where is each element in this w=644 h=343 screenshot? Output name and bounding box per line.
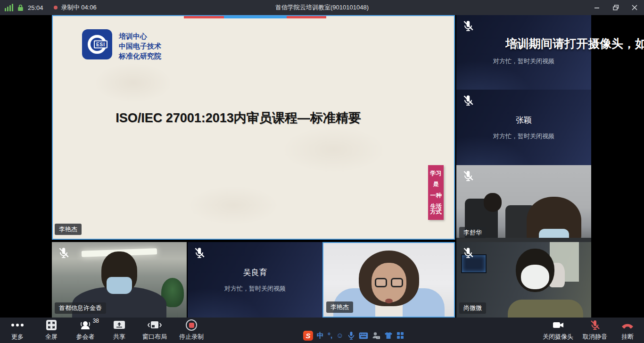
toolbox-icon[interactable] [396,332,404,339]
video-tile-xujinxiang[interactable]: 首都信息许金香 [52,242,187,318]
emoji-icon[interactable]: ☺ [336,331,343,340]
recording-dot-icon [54,6,58,9]
participant-name: 吴良育 [243,267,267,278]
hangup-icon [620,319,635,331]
mic-muted-red-icon [589,319,601,331]
share-topbar-segment-blue [224,16,287,18]
stop-recording-button[interactable]: 停止录制 [179,319,204,341]
meeting-stage: ESI 培训中心 中国电子技术 标准化研究院 ISO/IEC 27001:201… [0,15,644,318]
camera-off-button[interactable]: 关闭摄像头 [543,319,573,341]
fullscreen-button[interactable]: 全屏 [41,319,62,341]
window-layout-button[interactable]: 窗口布局 [142,319,167,341]
announcement-marquee: 培训期间请打开摄像头，如需发言请举手 [505,36,644,53]
minimize-button[interactable] [587,0,606,15]
video-tile-lishuhua[interactable]: 李舒华 [456,165,591,242]
participant-name-label: 首都信息许金香 [55,302,106,314]
face-mask-shape [107,277,132,294]
camera-icon [552,319,564,331]
mic-muted-icon [462,94,474,107]
share-screen-button[interactable]: 共享 [108,319,130,341]
hangup-button[interactable]: 挂断 [617,319,638,341]
custom-phrase-icon[interactable] [372,332,380,340]
share-topbar-segment-red2 [287,16,326,18]
presenter-name-label: 李艳杰 [55,224,82,235]
voice-input-icon[interactable] [347,331,355,340]
face-mask-shape [521,265,549,289]
fullscreen-icon [46,319,57,331]
participant-name-label: 尚微微 [459,302,486,314]
lock-icon [17,4,24,11]
window-layout-icon [148,319,162,331]
close-button[interactable] [625,0,644,15]
stop-recording-icon [186,319,197,331]
share-topbar-segment-red [184,16,224,18]
video-tile-liyanjie-active[interactable]: 李艳杰 [322,242,455,318]
participants-count-badge: 38 [93,318,99,324]
slide-title: ISO/IEC 27001:2013内审员课程—标准精要 [53,109,454,126]
mouth-shape [385,299,393,303]
meeting-timer: 25:04 [28,4,43,11]
mic-muted-icon [462,20,474,32]
chinese-mode-icon[interactable]: 中 [317,331,324,340]
window-title: 首信学院云培训教室(9010101048) [275,3,369,12]
titlebar: 25:04 录制中 04:06 首信学院云培训教室(9010101048) [0,0,644,15]
person-silhouette [508,300,583,318]
more-button[interactable]: 更多 [7,319,28,341]
punctuation-icon[interactable]: °, [328,331,332,340]
unmute-button[interactable]: 取消静音 [583,319,607,341]
participant-name-label: 李舒华 [459,227,486,238]
participants-button[interactable]: 38 参会者 [74,319,96,341]
video-tile-shangweiwei[interactable]: 尚微微 [456,242,591,318]
glasses-shape [391,278,403,287]
glasses-shape [375,278,387,287]
share-screen-icon [113,319,126,331]
org-name: 培训中心 中国电子技术 标准化研究院 [119,31,161,61]
skin-center-icon[interactable] [384,332,393,339]
participant-status: 对方忙，暂时关闭视频 [493,132,554,141]
colleague-silhouette [484,193,502,212]
participant-status: 对方忙，暂时关闭视频 [224,284,286,293]
mic-muted-icon [462,170,474,182]
sogou-logo-icon[interactable]: S [303,331,313,341]
restore-button[interactable] [606,0,625,15]
titlebar-status-cluster: 25:04 录制中 04:06 [0,3,97,12]
ime-tray: S 中 °, ☺ [303,329,404,342]
recording-status: 录制中 04:06 [61,3,97,12]
desk-shape [456,238,591,242]
mic-muted-icon [58,247,70,259]
more-dots-icon [11,319,24,331]
cesi-logo-icon: ESI [82,29,112,59]
participant-status: 对方忙，暂时关闭视频 [493,57,554,66]
participant-name-label: 李艳杰 [326,301,353,313]
participants-icon: 38 [79,319,91,331]
soft-keyboard-icon[interactable] [359,332,368,339]
mic-muted-icon [462,247,474,259]
shared-screen-view[interactable]: ESI 培训中心 中国电子技术 标准化研究院 ISO/IEC 27001:201… [52,15,455,240]
slide-side-banner: 学习 是 一种 生活方式 [428,165,444,220]
mic-muted-icon [193,247,206,259]
participant-name: 张颖 [516,115,532,125]
signal-strength-icon [5,4,13,11]
video-tile-zhangying[interactable]: 张颖 对方忙，暂时关闭视频 [456,90,591,165]
video-tile-wuliangyu[interactable]: 吴良育 对方忙，暂时关闭视频 [188,242,322,318]
